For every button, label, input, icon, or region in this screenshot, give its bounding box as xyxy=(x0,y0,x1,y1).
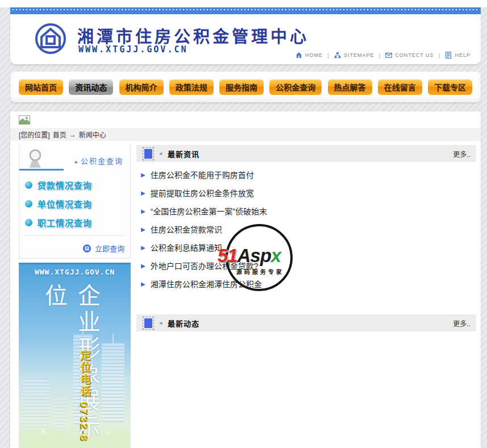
fund-query-panel: ▸公积金查询 贷款情况查询 单位情况查询 职工情况查询 xyxy=(19,145,131,259)
banner-url-text: WWW.XTGJJ.GOV.CN xyxy=(19,268,131,276)
sidebar-item-unit-query[interactable]: 单位情况查询 xyxy=(25,198,130,210)
link-separator: | xyxy=(378,52,381,59)
link-separator: | xyxy=(327,52,330,59)
home-icon xyxy=(295,52,302,59)
breadcrumb: [您的位置] 首页 → 新闻中心 xyxy=(10,128,481,141)
news-column: ◄ 最新资讯 更多.. ▶ 住房公积金不能用于购房首付 ▶ 提前提取住房公积金条… xyxy=(136,145,476,331)
query-now-icon xyxy=(82,244,91,253)
contact-link[interactable]: CONTECT US xyxy=(385,52,434,59)
arrow-bullet-icon: ▶ xyxy=(141,208,145,214)
site-url: WWW.XTGJJ.GOV.CN xyxy=(78,44,188,55)
magnifier-icon xyxy=(24,147,49,170)
speaker-icon: ◄ xyxy=(158,151,163,156)
more-link[interactable]: 更多.. xyxy=(453,149,471,159)
section-placeholder-icon xyxy=(144,318,152,328)
nav-item-about[interactable]: 机构简介 xyxy=(119,78,164,96)
news-item-title: 公积金利息结算通知 xyxy=(151,242,222,253)
sitemap-link-label: SITEMAPE xyxy=(344,52,374,58)
arrow-bullet-icon: ▶ xyxy=(141,226,145,233)
help-link-label: HELP xyxy=(455,52,471,58)
banner-phone-text: 定位电话 0732-8 xyxy=(77,350,92,442)
arrow-bullet-icon: ▶ xyxy=(141,263,145,269)
contact-link-label: CONTECT US xyxy=(395,52,434,58)
top-white-strip xyxy=(0,0,487,7)
sitemap-icon xyxy=(334,52,341,59)
envelope-icon xyxy=(385,52,392,59)
sidebar-item-label: 职工情况查询 xyxy=(38,217,92,229)
latest-news-section-header: ◄ 最新资讯 更多.. xyxy=(136,145,476,162)
nav-item-message[interactable]: 在线留言 xyxy=(377,78,423,96)
triangle-marker-icon: ▸ xyxy=(75,159,79,165)
news-item-title: 住房公积金贷款常识 xyxy=(151,223,222,235)
query-now-label: 立即查询 xyxy=(95,243,124,254)
arrow-bullet-icon: ▶ xyxy=(141,244,145,251)
main-navigation: 网站首页 资讯动态 机构简介 政策法规 服务指南 公积金查询 热点解答 在线留言… xyxy=(10,72,481,102)
news-item[interactable]: ▶ 住房公积金贷款常识 xyxy=(136,220,476,238)
link-separator: | xyxy=(439,52,441,59)
sidebar-item-label: 单位情况查询 xyxy=(38,198,92,210)
more-link[interactable]: 更多.. xyxy=(453,318,471,328)
news-item[interactable]: ▶ 外地户口可否办理公积金贷款? xyxy=(136,256,476,275)
sidebar-item-employee-query[interactable]: 职工情况查询 xyxy=(25,217,130,229)
query-header-underline xyxy=(19,169,64,171)
news-item-title: 提前提取住房公积金条件放宽 xyxy=(151,187,254,198)
nav-item-fund-query[interactable]: 公积金查询 xyxy=(269,78,322,96)
query-panel-title: ▸公积金查询 xyxy=(75,155,123,166)
divider xyxy=(25,235,124,236)
corporate-ad-banner[interactable]: WWW.XTGJJ.GOV.CN 企业形象展示位 定位电话 0732-8 xyxy=(19,263,131,448)
home-link[interactable]: HOME xyxy=(295,52,323,59)
broken-image-icon xyxy=(19,115,30,125)
bullet-icon xyxy=(25,181,32,189)
sidebar-item-loan-query[interactable]: 贷款情况查询 xyxy=(25,179,130,191)
site-header: 湘潭市住房公积金管理中心 WWW.XTGJJ.GOV.CN HOME | SIT… xyxy=(10,14,481,64)
section-placeholder-icon xyxy=(144,149,152,159)
news-item[interactable]: ▶ 提前提取住房公积金条件放宽 xyxy=(136,184,476,202)
watermark-tagline: 源码服务专家 xyxy=(229,267,292,276)
news-item[interactable]: ▶ “全国住房公积金第一案”侦破始末 xyxy=(136,202,476,220)
nav-item-news[interactable]: 资讯动态 xyxy=(68,78,114,96)
nav-item-download[interactable]: 下载专区 xyxy=(427,78,473,96)
news-item-title: 住房公积金不能用于购房首付 xyxy=(151,169,254,180)
breadcrumb-home-link[interactable]: 首页 xyxy=(53,130,66,139)
section-title: 最新动态 xyxy=(168,318,199,329)
home-link-label: HOME xyxy=(305,52,323,58)
arrow-bullet-icon: ▶ xyxy=(141,172,145,178)
top-blue-bar xyxy=(10,7,481,14)
sitemap-link[interactable]: SITEMAPE xyxy=(334,52,374,59)
arrow-bullet-icon: ▶ xyxy=(141,190,145,196)
news-item[interactable]: ▶ 湘潭住房公积金湘潭住房公积金 xyxy=(136,275,476,293)
utility-links: HOME | SITEMAPE | CONTECT US | HELP xyxy=(295,52,471,59)
nav-item-service-guide[interactable]: 服务指南 xyxy=(219,78,264,96)
query-now-button[interactable]: 立即查询 xyxy=(82,243,124,254)
query-menu: 贷款情况查询 单位情况查询 职工情况查询 xyxy=(19,171,130,229)
document-icon xyxy=(445,52,452,59)
nav-item-faq[interactable]: 热点解答 xyxy=(327,78,373,96)
breadcrumb-current: 新闻中心 xyxy=(79,130,106,139)
nav-item-policy[interactable]: 政策法规 xyxy=(169,78,214,96)
nav-item-home[interactable]: 网站首页 xyxy=(18,78,64,96)
help-link[interactable]: HELP xyxy=(445,52,471,59)
section-title: 最新资讯 xyxy=(168,148,199,159)
latest-updates-section-header: ◄ 最新动态 更多.. xyxy=(136,314,476,331)
bullet-icon xyxy=(25,219,32,226)
banner-vertical-text: 企业形象展示位 xyxy=(38,284,104,448)
bullet-icon xyxy=(25,200,32,208)
news-item[interactable]: ▶ 住房公积金不能用于购房首付 xyxy=(136,165,476,184)
sidebar-item-label: 贷款情况查询 xyxy=(38,179,92,191)
site-title: 湘潭市住房公积金管理中心 xyxy=(77,23,309,47)
speaker-icon: ◄ xyxy=(158,320,163,326)
antenna-shape xyxy=(113,333,114,343)
breadcrumb-prefix: [您的位置] xyxy=(19,130,50,139)
news-item-title: “全国住房公积金第一案”侦破始末 xyxy=(151,205,267,217)
arrow-bullet-icon: ▶ xyxy=(141,281,145,287)
breadcrumb-arrow: → xyxy=(69,131,76,139)
51aspx-logo: 51Aspx xyxy=(218,245,281,267)
main-content: [您的位置] 首页 → 新闻中心 ▸公积金查询 贷款情况查询 单位情况查询 xyxy=(10,111,481,448)
building-shape xyxy=(102,343,124,422)
news-item[interactable]: ▶ 公积金利息结算通知 xyxy=(136,238,476,256)
site-logo-icon xyxy=(34,22,67,55)
query-panel-header: ▸公积金查询 xyxy=(19,145,130,171)
latest-news-list: ▶ 住房公积金不能用于购房首付 ▶ 提前提取住房公积金条件放宽 ▶ “全国住房公… xyxy=(136,165,476,293)
